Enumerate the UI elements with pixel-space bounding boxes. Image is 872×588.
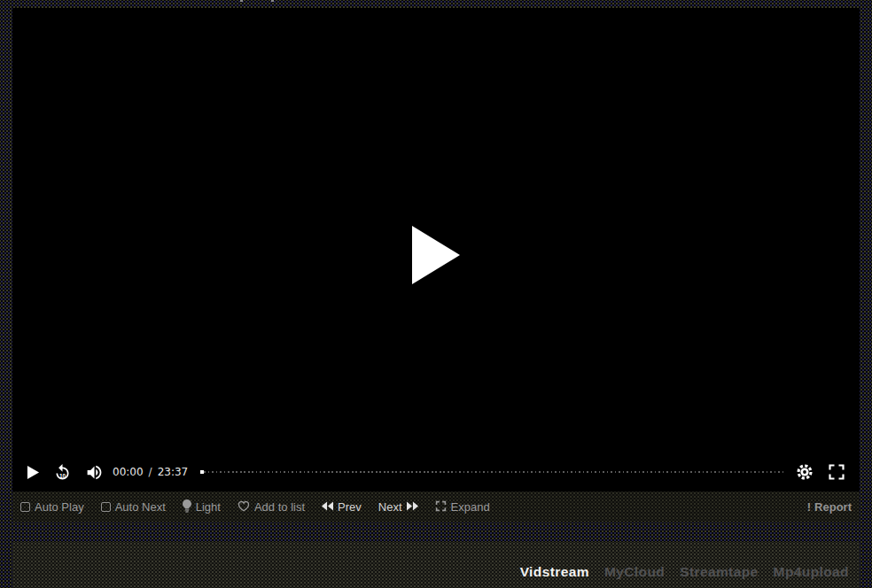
next-label: Next — [378, 500, 402, 514]
auto-next-checkbox-icon — [101, 502, 111, 512]
auto-play-toggle[interactable]: Auto Play — [20, 500, 84, 514]
fullscreen-button[interactable] — [828, 463, 845, 481]
video-player[interactable]: 10 00:00 / 23:37 — [12, 8, 860, 491]
auto-next-label: Auto Next — [115, 500, 166, 514]
watch-page: { "player": { "controls": { "current_tim… — [0, 0, 872, 588]
report-icon: ! — [807, 500, 811, 514]
add-to-list-button[interactable]: Add to list — [237, 500, 305, 514]
rewind-10-button[interactable]: 10 — [53, 463, 72, 482]
fullscreen-icon — [828, 463, 845, 481]
auto-next-toggle[interactable]: Auto Next — [101, 500, 166, 514]
seek-playhead[interactable] — [200, 470, 204, 474]
clipped-text-fragment — [271, 0, 274, 2]
clipped-text-fragment — [240, 0, 243, 2]
server-vidstream[interactable]: Vidstream — [520, 564, 589, 580]
rewind-10-label: 10 — [53, 473, 72, 479]
prev-label: Prev — [338, 500, 362, 514]
player-toolbar: Auto Play Auto Next Light Add to list — [12, 491, 860, 522]
next-icon — [407, 500, 418, 514]
current-time: 00:00 — [113, 466, 144, 478]
volume-button[interactable] — [85, 463, 104, 482]
heart-icon — [237, 500, 250, 514]
player-control-bar: 10 00:00 / 23:37 — [12, 453, 860, 491]
expand-label: Expand — [451, 500, 490, 514]
volume-icon — [85, 463, 104, 482]
seek-bar[interactable] — [200, 468, 783, 476]
server-mp4upload[interactable]: Mp4upload — [774, 564, 849, 580]
play-button[interactable] — [27, 465, 40, 480]
lightbulb-icon — [183, 499, 191, 515]
next-episode-button[interactable]: Next — [378, 500, 418, 514]
time-display: 00:00 / 23:37 — [113, 466, 188, 478]
prev-episode-button[interactable]: Prev — [322, 500, 362, 514]
add-to-list-label: Add to list — [254, 500, 305, 514]
report-label: Report — [814, 500, 852, 514]
expand-button[interactable]: Expand — [435, 500, 490, 514]
prev-icon — [322, 500, 333, 514]
gear-icon — [796, 463, 814, 481]
auto-play-label: Auto Play — [35, 500, 84, 514]
server-mycloud[interactable]: MyCloud — [604, 564, 665, 580]
seek-track — [200, 471, 783, 473]
light-toggle[interactable]: Light — [183, 499, 221, 515]
play-icon — [27, 465, 40, 480]
expand-icon — [435, 500, 447, 514]
server-streamtape[interactable]: Streamtape — [680, 564, 758, 580]
big-play-icon[interactable] — [412, 226, 460, 284]
duration: 23:37 — [158, 466, 189, 478]
light-label: Light — [196, 500, 221, 514]
report-button[interactable]: ! Report — [807, 500, 852, 514]
auto-play-checkbox-icon — [20, 502, 30, 512]
server-selector: Vidstream MyCloud Streamtape Mp4upload — [12, 542, 860, 588]
settings-button[interactable] — [796, 463, 814, 481]
time-separator: / — [149, 466, 152, 478]
